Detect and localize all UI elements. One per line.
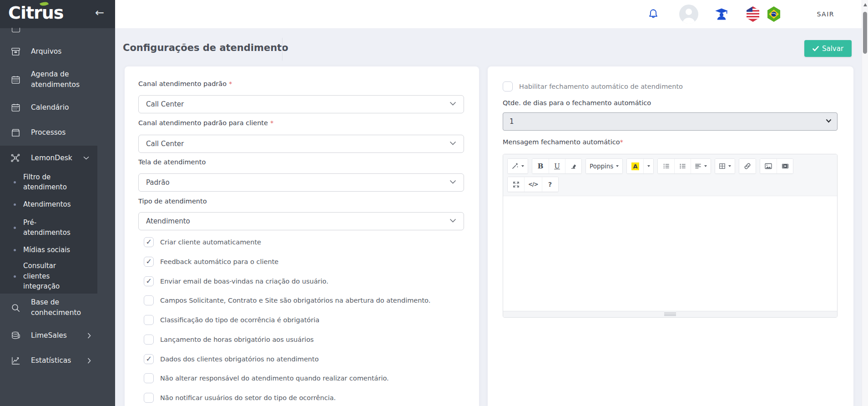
checkbox-row: Enviar email de boas-vindas na criação d… [144, 276, 328, 286]
field-label: Mensagem fechamento automático* [503, 138, 623, 146]
field-label: Qtde. de dias para o fechamento automáti… [503, 99, 651, 107]
bullet-icon [14, 275, 16, 278]
insert-image-button[interactable] [760, 159, 777, 173]
sidebar-item-lemondesk[interactable]: LemonDesk [0, 152, 115, 164]
auto-close-panel: Habilitar fechamento automático de atend… [488, 66, 853, 406]
bullet-icon [14, 227, 16, 229]
checkbox[interactable] [144, 335, 154, 345]
notification-bell-icon[interactable] [647, 8, 659, 20]
chevron-down-icon [449, 218, 456, 223]
chart-icon [10, 355, 21, 366]
clear-format-eraser-button[interactable] [565, 159, 581, 173]
sidebar-item-processos[interactable]: Processos [0, 127, 115, 138]
tipo-de-atendimento-select[interactable]: Atendimento [138, 212, 464, 230]
sidebar-collapse-arrow-icon[interactable]: ← [95, 6, 104, 19]
settings-form-panel: Canal atendimento padrão* Call Center Ca… [125, 66, 479, 406]
checkbox-row: Habilitar fechamento automático de atend… [503, 81, 683, 91]
us-flag-icon[interactable] [746, 6, 760, 22]
checkbox[interactable] [144, 276, 154, 286]
font-family-button[interactable]: Poppins [586, 159, 622, 173]
student-icon[interactable] [715, 7, 728, 21]
checkbox[interactable] [144, 393, 154, 403]
checkbox-row: Não notificar usuários do setor do tipo … [144, 393, 336, 403]
chevron-down-icon [449, 141, 456, 145]
font-color-caret-button[interactable] [643, 159, 653, 173]
chevron-right-icon [87, 333, 91, 339]
editor-toolbar: B U Poppins A [503, 154, 837, 196]
checkbox[interactable] [144, 315, 154, 325]
sidebar-item-base-de-conhecimento[interactable]: Base de conhecimento [0, 297, 115, 318]
archive-icon [10, 46, 21, 57]
user-avatar[interactable] [679, 5, 698, 24]
sidebar-item-agenda-de-atendimentos[interactable]: Agenda de atendimentos [0, 69, 115, 90]
underline-button[interactable]: U [549, 159, 565, 173]
sidebar-subitem-atendimentos[interactable]: Atendimentos [14, 198, 97, 210]
ordered-list-button[interactable] [674, 159, 691, 173]
sidebar-subitem-consultar-clientes-integracao[interactable]: Consultar clientes integração [14, 261, 97, 291]
canal-atendimento-padrao-select[interactable]: Call Center [138, 95, 464, 113]
app-window: SAIR Citrus ← Arquivos [0, 0, 868, 406]
processes-icon [10, 127, 21, 138]
insert-video-button[interactable] [777, 159, 793, 173]
scrollbar-thumb[interactable] [863, 12, 867, 54]
checkbox-row: Não alterar responsável do atendimento q… [144, 373, 389, 383]
sidebar-subitem-midias-sociais[interactable]: Mídias sociais [14, 244, 97, 256]
dias-fechamento-select[interactable]: 1 [503, 112, 838, 131]
sidebar-subitem-filtro-de-atendimento[interactable]: Filtro de atendimento [14, 172, 97, 193]
checkbox[interactable] [144, 295, 154, 305]
checkbox-row: Classificação do tipo de ocorrência é ob… [144, 315, 319, 325]
sidebar-item-calendario[interactable]: Calendário [0, 102, 115, 113]
fullscreen-button[interactable] [508, 177, 524, 192]
font-color-button[interactable]: A [627, 159, 643, 173]
bullet-icon [14, 249, 16, 251]
checkbox[interactable] [144, 257, 154, 267]
checkbox[interactable] [144, 354, 154, 364]
sidebar-subitem-pre-atendimentos[interactable]: Pré-atendimentos [14, 217, 97, 238]
search-icon [10, 303, 21, 313]
app-logo: Citrus [8, 3, 64, 23]
tela-de-atendimento-select[interactable]: Padrão [138, 173, 464, 192]
table-button[interactable] [715, 159, 735, 173]
editor-content-area[interactable] [503, 196, 837, 311]
sidebar-item-arquivos[interactable]: Arquivos [0, 46, 115, 57]
chevron-right-icon [87, 358, 91, 364]
checkbox[interactable] [503, 81, 513, 91]
editor-resize-bar[interactable] [503, 311, 837, 317]
checkbox[interactable] [144, 237, 154, 247]
page-title: Configurações de atendimento [123, 42, 288, 53]
field-label: Canal atendimento padrão* [138, 80, 232, 87]
paragraph-align-button[interactable] [691, 159, 711, 173]
style-magic-button[interactable] [508, 159, 528, 173]
clipped-menu-icon [12, 28, 20, 32]
logout-button[interactable]: SAIR [817, 10, 834, 18]
bullet-icon [14, 181, 16, 183]
checkbox-row: Campos Solicitante, Contrato e Site são … [144, 295, 430, 305]
chevron-down-icon [449, 102, 456, 106]
chevron-down-icon [449, 180, 456, 184]
resize-grip-icon [664, 313, 676, 316]
chevron-down-icon [83, 156, 89, 160]
code-view-button[interactable]: </> [524, 177, 542, 192]
checkbox-row: Criar cliente automaticamente [144, 237, 261, 247]
top-header: SAIR [115, 0, 862, 28]
chevron-down-icon [826, 119, 832, 123]
sidebar-item-estatisticas[interactable]: Estatísticas [0, 355, 115, 366]
canal-atendimento-cliente-select[interactable]: Call Center [138, 135, 464, 153]
field-label: Tipo de atendimento [138, 198, 209, 205]
save-button[interactable]: Salvar [804, 40, 852, 57]
sidebar-item-limesales[interactable]: LimeSales [0, 330, 115, 341]
checkbox-row: Feedback automático para o cliente [144, 257, 278, 267]
help-button[interactable]: ? [542, 177, 558, 192]
checkbox-row: Dados dos clientes obrigatórios no atend… [144, 354, 319, 364]
unordered-list-button[interactable] [658, 159, 674, 173]
scroll-up-arrow-icon[interactable] [863, 3, 867, 6]
main-scrollbar[interactable] [862, 0, 868, 406]
insert-link-button[interactable] [739, 159, 756, 173]
checkbox[interactable] [144, 373, 154, 383]
sidebar: Citrus ← Arquivos [0, 0, 115, 406]
hub-icon [10, 152, 21, 163]
logo-block: Citrus ← [0, 0, 115, 28]
brazil-flag-icon[interactable] [767, 6, 781, 22]
bold-button[interactable]: B [532, 159, 549, 173]
title-divider [282, 38, 283, 61]
